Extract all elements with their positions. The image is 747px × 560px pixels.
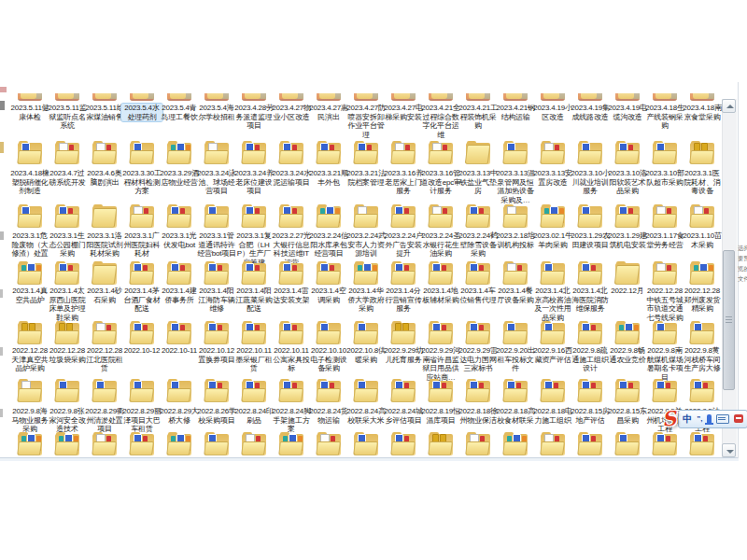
- folder-icon[interactable]: [204, 321, 230, 345]
- folder-icon[interactable]: [502, 379, 529, 403]
- folder-icon[interactable]: [278, 141, 304, 165]
- folder-icon[interactable]: [92, 321, 118, 345]
- folder-icon[interactable]: [278, 204, 304, 229]
- folder-icon[interactable]: [54, 261, 80, 286]
- ime-keyboard-icon[interactable]: [716, 414, 729, 424]
- folder-icon[interactable]: [129, 432, 155, 456]
- folder-icon[interactable]: [353, 204, 379, 229]
- folder-icon[interactable]: [502, 321, 529, 345]
- folder-icon-cut[interactable]: [242, 93, 266, 101]
- folder-icon[interactable]: [540, 432, 566, 456]
- folder-icon[interactable]: [614, 261, 641, 286]
- folder-icon-cut[interactable]: [615, 93, 640, 101]
- scrollbar-down-arrow-icon[interactable]: [722, 443, 736, 457]
- folder-icon[interactable]: [278, 321, 304, 345]
- folder-icon[interactable]: [54, 141, 80, 165]
- folder-icon[interactable]: [278, 432, 304, 456]
- folder-icon-cut[interactable]: [391, 93, 416, 101]
- folder-icon-cut[interactable]: [653, 93, 677, 101]
- folder-icon[interactable]: [241, 379, 267, 403]
- folder-icon[interactable]: [390, 321, 416, 345]
- folder-icon[interactable]: [652, 141, 678, 165]
- folder-icon[interactable]: [353, 321, 379, 345]
- folder-icon[interactable]: [92, 432, 118, 456]
- folder-icon[interactable]: [465, 204, 491, 229]
- folder-icon[interactable]: [652, 432, 678, 456]
- folder-icon[interactable]: [390, 432, 416, 456]
- folder-icon[interactable]: [54, 432, 80, 456]
- folder-icon[interactable]: [17, 261, 43, 286]
- folder-icon[interactable]: [92, 379, 118, 403]
- folder-icon[interactable]: [689, 321, 715, 345]
- folder-icon-cut[interactable]: [18, 93, 42, 101]
- folder-icon[interactable]: [540, 141, 566, 165]
- folder-icon[interactable]: [689, 261, 715, 286]
- folder-icon[interactable]: [316, 141, 342, 165]
- folder-icon[interactable]: [129, 321, 155, 345]
- folder-icon[interactable]: [577, 379, 603, 403]
- folder-icon[interactable]: [241, 204, 267, 229]
- folder-icon[interactable]: [465, 432, 491, 456]
- folder-icon[interactable]: [390, 261, 416, 286]
- folder-icon[interactable]: [166, 204, 192, 229]
- folder-icon[interactable]: [614, 141, 641, 165]
- scrollbar-up-arrow-icon[interactable]: [722, 99, 736, 113]
- folder-icon[interactable]: [428, 321, 454, 345]
- folder-icon[interactable]: [316, 261, 342, 286]
- folder-icon-cut[interactable]: [92, 93, 117, 101]
- folder-icon-cut[interactable]: [690, 93, 714, 101]
- folder-icon[interactable]: [241, 141, 267, 165]
- folder-icon[interactable]: [465, 379, 491, 403]
- folder-icon[interactable]: [92, 141, 118, 165]
- folder-icon[interactable]: [614, 204, 641, 229]
- folder-icon[interactable]: [689, 432, 715, 456]
- folder-icon[interactable]: [689, 141, 715, 165]
- folder-icon[interactable]: [689, 379, 715, 403]
- folder-icon[interactable]: [689, 204, 715, 229]
- folder-icon[interactable]: [652, 321, 678, 345]
- ime-toolbox-icon[interactable]: [734, 414, 743, 423]
- folder-icon[interactable]: [278, 261, 304, 286]
- folder-icon[interactable]: [54, 321, 80, 345]
- ime-punctuation-icon[interactable]: ”,: [697, 414, 702, 423]
- folder-icon[interactable]: [17, 141, 43, 165]
- folder-icon[interactable]: [502, 261, 529, 286]
- folder-icon-cut[interactable]: [167, 93, 191, 101]
- folder-icon-cut[interactable]: [541, 93, 565, 101]
- folder-icon[interactable]: [316, 379, 342, 403]
- folder-icon-cut[interactable]: [55, 93, 79, 101]
- folder-icon[interactable]: [652, 261, 678, 286]
- folder-icon[interactable]: [278, 379, 304, 403]
- folder-icon[interactable]: [166, 321, 192, 345]
- folder-icon[interactable]: [129, 141, 155, 165]
- scrollbar-thumb[interactable]: [723, 250, 735, 390]
- folder-icon-cut[interactable]: [317, 93, 341, 101]
- folder-icon[interactable]: [92, 204, 118, 229]
- folder-icon[interactable]: [166, 379, 192, 403]
- folder-icon[interactable]: [241, 432, 267, 456]
- folder-icon[interactable]: [652, 204, 678, 229]
- folder-icon[interactable]: [204, 204, 230, 229]
- folder-icon[interactable]: [577, 204, 603, 229]
- folder-icon[interactable]: [540, 321, 566, 345]
- folder-icon[interactable]: [316, 432, 342, 456]
- folder-icon[interactable]: [614, 432, 641, 456]
- ime-voice-icon[interactable]: [707, 414, 712, 423]
- folder-icon[interactable]: [17, 321, 43, 345]
- folder-icon-cut[interactable]: [354, 93, 378, 101]
- folder-icon[interactable]: [502, 432, 529, 456]
- folder-icon[interactable]: [428, 261, 454, 286]
- folder-icon[interactable]: [17, 432, 43, 456]
- sogou-logo-icon[interactable]: S: [661, 406, 678, 430]
- folder-icon[interactable]: [465, 261, 491, 286]
- folder-icon[interactable]: [577, 321, 603, 345]
- folder-icon[interactable]: [204, 261, 230, 286]
- folder-icon[interactable]: [204, 432, 230, 456]
- folder-icon-cut[interactable]: [503, 93, 528, 101]
- folder-icon[interactable]: [166, 261, 192, 286]
- folder-icon-cut[interactable]: [279, 93, 303, 101]
- folder-icon[interactable]: [465, 141, 491, 165]
- ime-chinese-mode-toggle[interactable]: 中: [683, 413, 692, 426]
- folder-icon-cut[interactable]: [130, 93, 154, 101]
- folder-icon[interactable]: [241, 321, 267, 345]
